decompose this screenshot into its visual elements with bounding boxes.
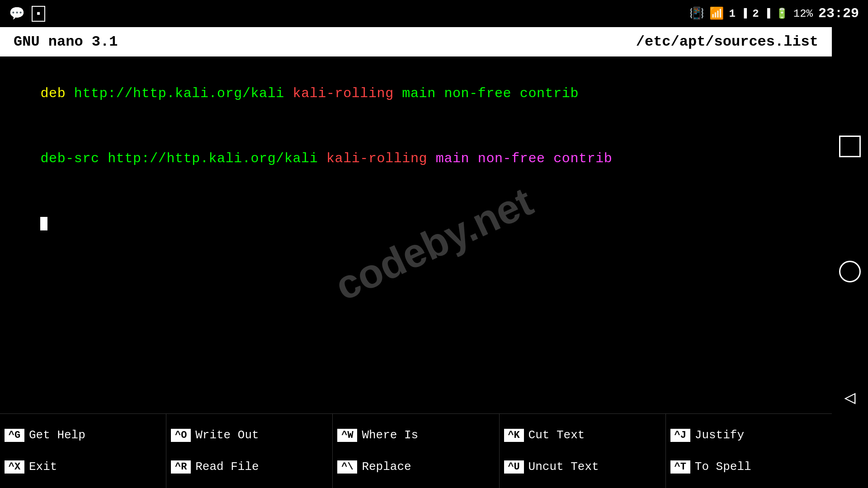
clock: 23:29 bbox=[818, 6, 859, 21]
components-2: main non-free contrib bbox=[427, 151, 612, 166]
deb-keyword: deb bbox=[40, 86, 74, 101]
sim2-signal-icon: ▐ bbox=[764, 8, 770, 19]
deb-src-keyword: deb-src bbox=[40, 151, 108, 166]
menu-row-cut-text: ^K Cut Text bbox=[504, 428, 661, 442]
key-cut-text: ^K bbox=[504, 429, 524, 442]
key-exit: ^X bbox=[5, 460, 24, 474]
menu-row-uncut-text: ^U Uncut Text bbox=[504, 460, 661, 474]
sim2-label: 2 bbox=[752, 8, 759, 20]
key-get-help: ^G bbox=[5, 429, 24, 442]
editor-line-1: deb http://http.kali.org/kali kali-rolli… bbox=[7, 61, 825, 126]
menu-row-help: ^G Get Help bbox=[5, 428, 161, 442]
label-write-out: Write Out bbox=[195, 428, 259, 442]
menu-item-cut[interactable]: ^K Cut Text ^U Uncut Text bbox=[500, 414, 666, 488]
android-nav-buttons[interactable]: ◁ bbox=[832, 56, 868, 488]
label-uncut-text: Uncut Text bbox=[528, 460, 599, 474]
menu-row-write-out: ^O Write Out bbox=[171, 428, 328, 442]
battery-percentage: 12% bbox=[793, 8, 813, 20]
menu-item-justify[interactable]: ^J Justify ^T To Spell bbox=[666, 414, 832, 488]
label-justify: Justify bbox=[695, 428, 744, 442]
sim1-signal-icon: ▐ bbox=[741, 8, 747, 19]
label-where-is: Where Is bbox=[362, 428, 418, 442]
status-bar-left: 💬 ▪ bbox=[9, 6, 45, 22]
menu-item-search[interactable]: ^W Where Is ^\ Replace bbox=[333, 414, 499, 488]
key-read-file: ^R bbox=[171, 460, 191, 474]
label-read-file: Read File bbox=[195, 460, 259, 474]
key-write-out: ^O bbox=[171, 429, 191, 442]
distro-2: kali-rolling bbox=[318, 151, 427, 166]
menu-row-exit: ^X Exit bbox=[5, 460, 161, 474]
menu-row-justify: ^J Justify bbox=[670, 428, 827, 442]
label-exit: Exit bbox=[29, 460, 57, 474]
app-name: GNU nano 3.1 bbox=[14, 33, 118, 50]
circle-button[interactable] bbox=[839, 261, 861, 282]
back-button[interactable]: ◁ bbox=[844, 386, 855, 409]
key-where-is: ^W bbox=[337, 429, 357, 442]
editor-line-3 bbox=[7, 191, 825, 256]
nano-header: GNU nano 3.1 /etc/apt/sources.list bbox=[0, 27, 832, 56]
url-2: http://http.kali.org/kali bbox=[108, 151, 318, 166]
label-replace: Replace bbox=[362, 460, 411, 474]
window-icon: ▪ bbox=[32, 6, 45, 22]
filename: /etc/apt/sources.list bbox=[636, 33, 818, 50]
key-uncut-text: ^U bbox=[504, 460, 524, 474]
menu-row-to-spell: ^T To Spell bbox=[670, 460, 827, 474]
status-bar: 💬 ▪ 📳 📶 1 ▐ 2 ▐ 🔋 12% 23:29 bbox=[0, 0, 868, 27]
label-cut-text: Cut Text bbox=[528, 428, 585, 442]
menu-bar: ^G Get Help ^X Exit ^O Write Out ^R Read… bbox=[0, 413, 832, 488]
sim1-label: 1 bbox=[729, 8, 736, 20]
message-icon: 💬 bbox=[9, 6, 25, 21]
key-justify: ^J bbox=[670, 429, 690, 442]
menu-item-help[interactable]: ^G Get Help ^X Exit bbox=[0, 414, 166, 488]
menu-row-replace: ^\ Replace bbox=[337, 460, 494, 474]
square-button[interactable] bbox=[839, 136, 861, 157]
battery-icon: 🔋 bbox=[776, 8, 788, 20]
menu-item-write[interactable]: ^O Write Out ^R Read File bbox=[166, 414, 333, 488]
wifi-icon: 📶 bbox=[709, 6, 724, 21]
editor-line-2: deb-src http://http.kali.org/kali kali-r… bbox=[7, 126, 825, 191]
editor-area[interactable]: deb http://http.kali.org/kali kali-rolli… bbox=[0, 56, 832, 413]
components-1: main non-free contrib bbox=[394, 86, 579, 101]
status-bar-right: 📳 📶 1 ▐ 2 ▐ 🔋 12% 23:29 bbox=[689, 6, 859, 21]
cursor bbox=[40, 217, 47, 230]
key-to-spell: ^T bbox=[670, 460, 690, 474]
label-get-help: Get Help bbox=[29, 428, 85, 442]
key-replace: ^\ bbox=[337, 460, 357, 474]
label-to-spell: To Spell bbox=[695, 460, 751, 474]
menu-row-where-is: ^W Where Is bbox=[337, 428, 494, 442]
distro-1: kali-rolling bbox=[284, 86, 394, 101]
vibrate-icon: 📳 bbox=[689, 6, 704, 21]
menu-row-read-file: ^R Read File bbox=[171, 460, 328, 474]
url-1: http://http.kali.org/kali bbox=[74, 86, 284, 101]
